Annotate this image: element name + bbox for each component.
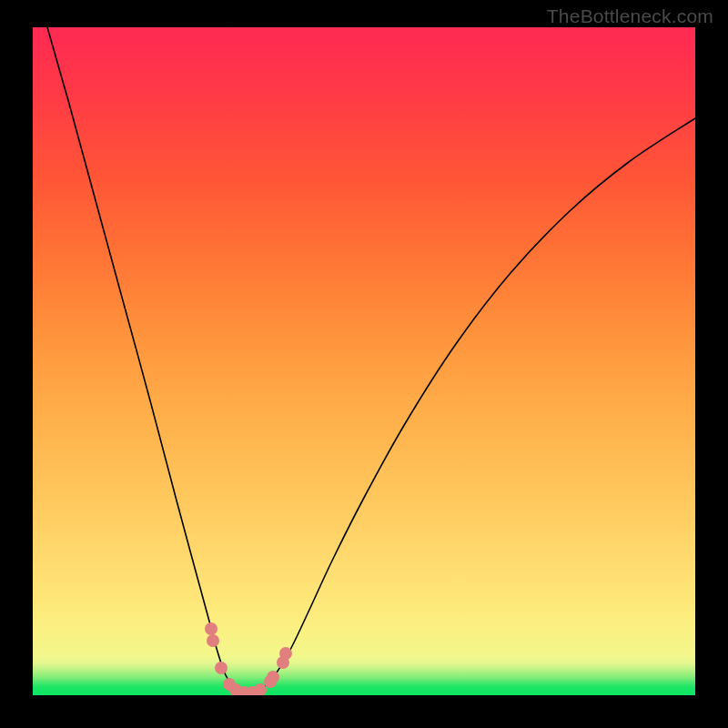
plot-area xyxy=(33,27,695,695)
watermark-text: TheBottleneck.com xyxy=(547,5,713,27)
marker-point xyxy=(205,622,217,635)
marker-point xyxy=(215,662,228,674)
marker-point xyxy=(254,683,267,695)
marker-point xyxy=(267,671,279,683)
marker-point xyxy=(207,634,219,647)
markers-group xyxy=(205,622,292,695)
chart-frame: TheBottleneck.com xyxy=(0,0,728,728)
bottleneck-curve xyxy=(47,27,695,693)
curve-layer xyxy=(33,27,695,695)
marker-point xyxy=(279,647,292,660)
